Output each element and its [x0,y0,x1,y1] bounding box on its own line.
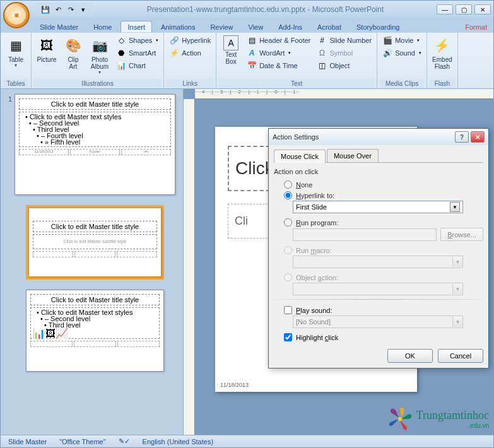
radio-run-program[interactable]: Run program: [274,217,483,228]
tab-addins[interactable]: Add-Ins [272,21,309,32]
flash-icon: ⚡ [432,35,452,56]
sound-icon: 🔊 [382,48,392,58]
dropdown-icon: ▾ [419,50,421,56]
date-time-icon: 📅 [247,61,257,71]
dropdown-icon[interactable]: ▼ [450,202,460,212]
thumb-body: Click to edit Master text styles – Secon… [19,112,171,147]
tab-animations[interactable]: Animations [155,21,201,32]
checkbox-highlight-click[interactable]: Highlight click [274,332,483,343]
smartart-icon: ⬣ [116,48,126,58]
radio-none-input[interactable] [284,180,292,189]
action-icon: ⚡ [169,48,179,58]
tab-review[interactable]: Review [204,21,239,32]
header-footer-icon: ▤ [247,35,257,45]
date-time-button[interactable]: 📅Date & Time [244,59,313,72]
tab-format[interactable]: Format [459,21,493,32]
master-thumbnail[interactable]: Click to edit Master title style Click t… [15,94,175,195]
highlight-click-checkbox[interactable] [284,333,292,341]
radio-object-action: Object action: [274,272,483,283]
close-button[interactable]: ✕ [474,4,491,15]
table-button[interactable]: ▦ Table ▼ [3,34,28,69]
watermark-logo: Trungtamtinhoc .edu.vn [386,405,489,433]
hyperlink-icon: 🔗 [169,35,179,45]
quick-access-toolbar: 💾 ↶ ↷ ▾ [35,3,94,16]
tab-insert[interactable]: Insert [121,21,152,32]
group-media-label: Media Clips [380,79,424,88]
slide-number-button[interactable]: #Slide Number [315,34,375,47]
tab-mouse-over[interactable]: Mouse Over [327,149,379,162]
radio-run-program-input[interactable] [284,218,292,227]
shapes-button[interactable]: ◇Shapes▾ [114,34,161,47]
run-macro-select: ▼ [293,256,463,268]
wordart-button[interactable]: AWordArt▾ [244,47,313,59]
thumb-title: Click to edit Master title style [19,98,171,110]
object-action-select: ▼ [293,283,463,295]
tab-storyboarding[interactable]: Storyboarding [350,21,406,32]
tab-acrobat[interactable]: Acrobat [311,21,348,32]
picture-button[interactable]: 🖼 Picture [34,34,59,64]
dropdown-icon: ▼ [98,70,102,74]
action-settings-dialog: Action Settings ? ✕ Mouse Click Mouse Ov… [268,128,489,368]
textbox-icon: A [223,35,238,50]
slide-date-placeholder[interactable]: 11/18/2013 [220,382,249,388]
group-tables: ▦ Table ▼ Tables [1,33,32,88]
checkbox-play-sound[interactable]: Play sound: [274,305,483,315]
minimize-button[interactable]: — [437,4,453,15]
radio-hyperlink-to[interactable]: Hyperlink to: [274,190,483,201]
dropdown-icon: ▾ [417,38,420,43]
spellcheck-icon[interactable]: ✎✓ [116,437,132,445]
dropdown-icon: ▼ [14,63,18,68]
sound-button[interactable]: 🔊Sound▾ [380,47,424,59]
chart-button[interactable]: 📊Chart [114,59,161,72]
hyperlink-button[interactable]: 🔗Hyperlink [167,34,213,47]
layout-thumbnail[interactable]: Click to edit Master title style Click t… [26,290,164,372]
embed-flash-button[interactable]: ⚡ Embed Flash [430,34,455,71]
textbox-button[interactable]: A Text Box [219,34,243,66]
dialog-titlebar[interactable]: Action Settings ? ✕ [269,129,488,145]
action-button[interactable]: ⚡Action [167,47,213,59]
radio-object-action-input [284,273,292,281]
maximize-button[interactable]: ▢ [456,4,472,15]
ok-button[interactable]: OK [387,349,433,363]
dialog-help-button[interactable]: ? [455,131,469,143]
status-language[interactable]: English (United States) [140,438,216,445]
photo-album-button[interactable]: 📷 Photo Album ▼ [87,34,112,76]
movie-icon: 🎬 [382,35,392,45]
dropdown-icon: ▾ [288,50,291,56]
save-icon[interactable]: 💾 [40,4,51,15]
office-button[interactable]: ⊞ [3,2,30,28]
smartart-button[interactable]: ⬣SmartArt [114,47,161,59]
dialog-title: Action Settings [273,133,453,141]
run-program-row: Browse... [293,228,483,241]
group-links-label: Links [167,79,213,88]
group-text: A Text Box ▤Header & Footer AWordArt▾ 📅D… [216,33,377,88]
status-view[interactable]: Slide Master [6,438,49,445]
slide-thumbnails-panel[interactable]: 1 Click to edit Master title style Click… [1,89,184,435]
redo-icon[interactable]: ↷ [65,4,76,15]
cancel-button[interactable]: Cancel [438,349,483,363]
thumb-row: 1 Click to edit Master title style Click… [3,94,175,195]
radio-none[interactable]: None [274,179,483,190]
tab-mouse-click[interactable]: Mouse Click [274,150,326,163]
object-button[interactable]: ◫Object [315,59,375,72]
titlebar: ⊞ 💾 ↶ ↷ ▾ Presentation1-www.trungtamtinh… [1,1,493,18]
symbol-button[interactable]: ΩSymbol [315,47,375,59]
object-icon: ◫ [317,61,327,71]
tab-slide-master[interactable]: Slide Master [33,21,85,32]
group-text-label: Text [219,79,374,88]
radio-hyperlink-input[interactable] [284,191,292,199]
undo-icon[interactable]: ↶ [52,4,64,15]
tab-home[interactable]: Home [87,21,118,32]
header-footer-button[interactable]: ▤Header & Footer [244,34,313,47]
picture-icon: 🖼 [37,35,57,56]
tab-view[interactable]: View [242,21,270,32]
play-sound-checkbox[interactable] [284,306,292,314]
status-theme[interactable]: "Office Theme" [57,438,108,445]
qat-customize-icon[interactable]: ▾ [78,4,89,15]
clipart-button[interactable]: 🎨 Clip Art [61,34,86,71]
movie-button[interactable]: 🎬Movie▾ [380,34,424,47]
browse-button[interactable]: Browse... [440,228,483,241]
dialog-close-button[interactable]: ✕ [471,131,485,143]
layout-thumbnail-selected[interactable]: Click to edit Master title style Click t… [28,208,162,277]
hyperlink-target-select[interactable]: First Slide ▼ [293,201,463,213]
